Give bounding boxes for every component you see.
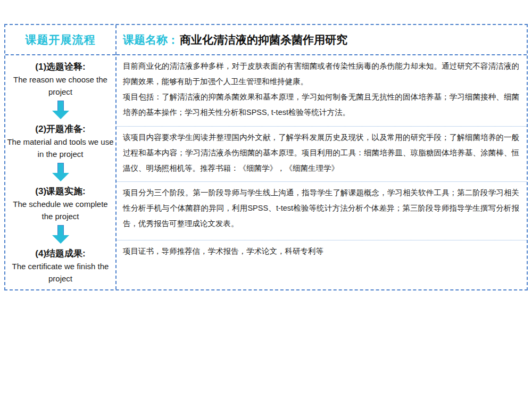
process-flow-column: 课题开展流程 (1)选题诠释: The reason we choose the… [5,25,117,289]
paragraph-deliverables: 项目证书，导师推荐信，学术报告，学术论文，科研专利等 [123,244,519,259]
project-title-header: 课题名称： 商业化清洁液的抑菌杀菌作用研究 [117,25,527,55]
paragraph-project-includes: 项目包括：了解清洁液的抑菌杀菌效果和基本原理，学习如何制备无菌且无抗性的固体培养… [123,89,519,120]
project-title-label: 课题名称： [123,32,179,47]
project-details-column: 课题名称： 商业化清洁液的抑菌杀菌作用研究 目前商业化的清洁液多种多样，对于皮肤… [117,25,527,289]
paragraph-background: 目前商业化的清洁液多种多样，对于皮肤表面的有害细菌或者传染性病毒的杀伤能力却未知… [123,59,519,89]
step-2-title: (2)开题准备: [5,123,115,136]
row-implementation-phases: 项目分为三个阶段。第一阶段导师与学生线上沟通，指导学生了解课题概念，学习相关软件… [117,182,527,240]
step-1-subtitle: The reason we choose the project [5,73,115,98]
down-arrow-icon [52,163,69,182]
row-preparation-details: 该项目内容要求学生阅读并整理国内外文献，了解学科发展历史及现状，以及常用的研究手… [117,127,527,182]
process-flow-steps: (1)选题诠释: The reason we choose the projec… [5,55,115,289]
step-3-subtitle: The schedule we complete the project [5,198,115,222]
step-3-implementation: (3)课题实施: The schedule we complete the pr… [5,185,115,222]
project-title-text: 商业化清洁液的抑菌杀菌作用研究 [180,32,347,47]
slide-page: { "colors": { "accent_cyan": "#26c0da", … [0,0,532,399]
paragraph-preparation: 该项目内容要求学生阅读并整理国内外文献，了解学科发展历史及现状，以及常用的研究手… [123,130,519,176]
step-4-subtitle: The certificate we finish the project [5,260,115,285]
step-1-topic-interpretation: (1)选题诠释: The reason we choose the projec… [5,61,115,98]
down-arrow-icon [52,101,69,120]
step-3-title: (3)课题实施: [5,185,115,198]
step-2-subtitle: The material and tools we use in the pro… [5,136,115,160]
down-arrow-icon [52,225,69,244]
paragraph-phases: 项目分为三个阶段。第一阶段导师与学生线上沟通，指导学生了解课题概念，学习相关软件… [123,185,519,231]
process-flow-header: 课题开展流程 [5,25,115,55]
row-deliverables: 项目证书，导师推荐信，学术报告，学术论文，科研专利等 [117,240,527,289]
row-background-and-scope: 目前商业化的清洁液多种多样，对于皮肤表面的有害细菌或者传染性病毒的杀伤能力却未知… [117,55,527,127]
step-4-results: (4)结题成果: The certificate we finish the p… [5,247,115,285]
step-4-title: (4)结题成果: [5,247,115,260]
step-1-title: (1)选题诠释: [5,61,115,73]
project-overview-table: 课题开展流程 (1)选题诠释: The reason we choose the… [4,24,528,290]
step-2-preparation: (2)开题准备: The material and tools we use i… [5,123,115,160]
